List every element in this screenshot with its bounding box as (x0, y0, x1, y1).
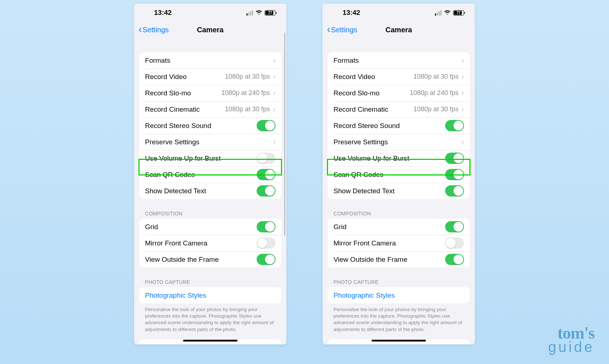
status-icons: 77 (435, 9, 464, 16)
toggle-scan-qr[interactable] (445, 169, 464, 180)
settings-group-composition: Grid Mirror Front Camera View Outside th… (139, 219, 281, 268)
row-formats[interactable]: Formats › (139, 52, 281, 69)
battery-icon: 77 (453, 10, 464, 16)
row-photographic-styles[interactable]: Photographic Styles (328, 287, 470, 303)
home-indicator[interactable] (372, 340, 426, 342)
section-header-composition: COMPOSITION (139, 211, 281, 219)
row-mirror-front[interactable]: Mirror Front Camera (328, 235, 470, 251)
chevron-right-icon: › (273, 56, 276, 65)
settings-group-main: Formats › Record Video 1080p at 30 fps ›… (139, 52, 281, 199)
row-detected-text[interactable]: Show Detected Text (328, 183, 470, 199)
chevron-left-icon: ‹ (327, 24, 330, 34)
row-record-video[interactable]: Record Video 1080p at 30 fps › (328, 69, 470, 85)
home-indicator[interactable] (183, 340, 237, 342)
photo-capture-footer: Personalise the look of your photos by b… (328, 303, 470, 333)
toggle-grid[interactable] (257, 221, 276, 232)
signal-icon (246, 10, 253, 16)
toggle-view-outside[interactable] (257, 254, 276, 265)
status-time: 13:42 (343, 9, 360, 17)
status-icons: 77 (246, 9, 276, 16)
toggle-grid[interactable] (445, 221, 464, 232)
section-header-composition: COMPOSITION (328, 211, 470, 219)
back-label: Settings (331, 26, 357, 34)
status-bar: 13:42 77 (323, 4, 475, 22)
row-grid[interactable]: Grid (328, 219, 470, 235)
scroll-indicator[interactable] (284, 33, 285, 236)
row-view-outside[interactable]: View Outside the Frame (139, 251, 281, 268)
row-view-outside[interactable]: View Outside the Frame (328, 251, 470, 268)
settings-group-composition: Grid Mirror Front Camera View Outside th… (328, 219, 470, 268)
chevron-right-icon: › (461, 56, 464, 65)
row-stereo-sound[interactable]: Record Stereo Sound (328, 117, 470, 134)
toggle-view-outside[interactable] (445, 254, 464, 265)
status-bar: 13:42 77 (134, 4, 286, 22)
chevron-right-icon: › (461, 88, 464, 98)
row-grid[interactable]: Grid (139, 219, 281, 235)
row-formats[interactable]: Formats › (328, 52, 470, 69)
toggle-mirror-front[interactable] (257, 237, 276, 249)
chevron-right-icon: › (461, 72, 464, 82)
toggle-mirror-front[interactable] (445, 237, 464, 249)
wifi-icon (444, 9, 451, 16)
chevron-right-icon: › (461, 105, 464, 114)
chevron-right-icon: › (461, 137, 464, 147)
settings-group-photo-capture: Photographic Styles (328, 287, 470, 303)
back-button[interactable]: ‹ Settings (138, 25, 169, 34)
status-time: 13:42 (154, 9, 172, 17)
settings-list: Formats › Record Video 1080p at 30 fps ›… (323, 52, 475, 344)
settings-group-photo-capture: Photographic Styles (139, 287, 281, 303)
row-volume-burst[interactable]: Use Volume Up for Burst (328, 150, 470, 166)
settings-group-main: Formats › Record Video 1080p at 30 fps ›… (328, 52, 470, 199)
toggle-stereo[interactable] (445, 120, 464, 131)
row-volume-burst[interactable]: Use Volume Up for Burst (139, 150, 281, 166)
row-photographic-styles[interactable]: Photographic Styles (139, 287, 281, 303)
watermark: tom's guide (548, 326, 594, 353)
toggle-volume-burst[interactable] (257, 153, 276, 164)
toggle-scan-qr[interactable] (257, 169, 276, 180)
nav-bar: ‹ Settings Camera (323, 22, 475, 38)
row-scan-qr[interactable]: Scan QR Codes (328, 166, 470, 183)
section-header-photo-capture: PHOTO CAPTURE (328, 279, 470, 287)
toggle-detected-text[interactable] (257, 185, 276, 197)
signal-icon (435, 10, 442, 16)
section-header-photo-capture: PHOTO CAPTURE (139, 279, 281, 287)
battery-icon: 77 (265, 10, 276, 16)
wifi-icon (255, 9, 262, 16)
toggle-volume-burst[interactable] (445, 153, 464, 164)
row-scan-qr[interactable]: Scan QR Codes (139, 166, 281, 183)
row-record-slomo[interactable]: Record Slo-mo 1080p at 240 fps › (328, 85, 470, 101)
phone-left: 13:42 77 ‹ Settings Camera Formats › (134, 4, 286, 344)
chevron-right-icon: › (273, 105, 276, 114)
chevron-right-icon: › (273, 88, 276, 98)
row-preserve-settings[interactable]: Preserve Settings › (328, 134, 470, 150)
chevron-left-icon: ‹ (138, 24, 142, 34)
back-button[interactable]: ‹ Settings (327, 25, 357, 34)
photo-capture-footer: Personalise the look of your photos by b… (139, 303, 281, 333)
settings-list: Formats › Record Video 1080p at 30 fps ›… (134, 52, 286, 344)
row-record-cinematic[interactable]: Record Cinematic 1080p at 30 fps › (139, 101, 281, 117)
chevron-right-icon: › (273, 137, 276, 147)
toggle-stereo[interactable] (257, 120, 276, 131)
chevron-right-icon: › (273, 72, 276, 82)
row-stereo-sound[interactable]: Record Stereo Sound (139, 117, 281, 134)
row-detected-text[interactable]: Show Detected Text (139, 183, 281, 199)
row-preserve-settings[interactable]: Preserve Settings › (139, 134, 281, 150)
row-record-slomo[interactable]: Record Slo-mo 1080p at 240 fps › (139, 85, 281, 101)
phone-right: 13:42 77 ‹ Settings Camera Formats › (323, 4, 475, 344)
row-record-cinematic[interactable]: Record Cinematic 1080p at 30 fps › (328, 101, 470, 117)
back-label: Settings (142, 26, 169, 34)
row-mirror-front[interactable]: Mirror Front Camera (139, 235, 281, 251)
toggle-detected-text[interactable] (445, 185, 464, 197)
nav-bar: ‹ Settings Camera (134, 22, 286, 38)
row-record-video[interactable]: Record Video 1080p at 30 fps › (139, 69, 281, 85)
